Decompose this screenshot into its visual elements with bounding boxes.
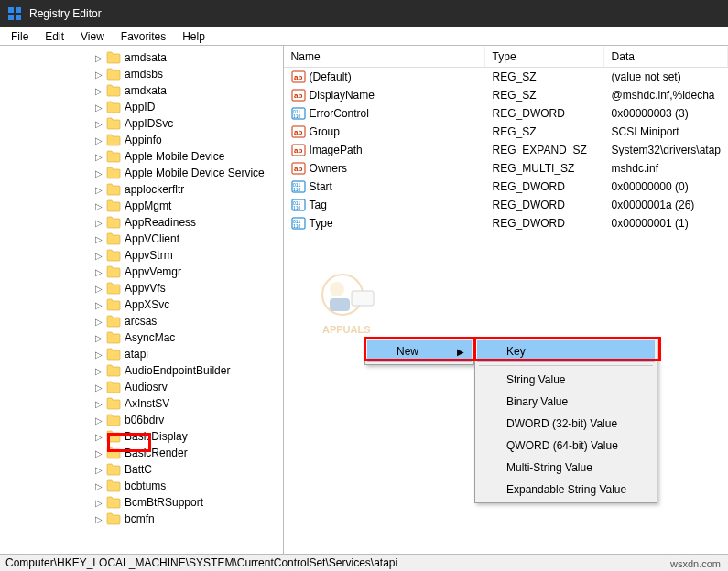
- tree-item[interactable]: ▷Apple Mobile Device: [0, 148, 283, 165]
- folder-icon: [106, 397, 121, 410]
- tree-item[interactable]: ▷Appinfo: [0, 132, 283, 148]
- value-row[interactable]: 011110TypeREG_DWORD0x00000001 (1): [284, 214, 728, 232]
- context-item-qword-64-bit-value[interactable]: QWORD (64-bit) Value: [477, 435, 655, 457]
- tree-item[interactable]: ▷arcsas: [0, 313, 283, 329]
- tree-item[interactable]: ▷Audiosrv: [0, 379, 283, 395]
- tree-item-label: AppvStrm: [125, 249, 173, 262]
- expand-icon[interactable]: ▷: [93, 118, 104, 129]
- folder-icon: [106, 479, 121, 492]
- expand-icon[interactable]: ▷: [93, 266, 104, 277]
- expand-icon[interactable]: ▷: [93, 349, 104, 360]
- tree-item[interactable]: ▷AppvStrm: [0, 247, 283, 264]
- tree-item-label: AxInstSV: [125, 397, 169, 410]
- value-row[interactable]: abGroupREG_SZSCSI Miniport: [284, 123, 728, 141]
- tree-item[interactable]: ▷atapi: [0, 346, 283, 362]
- tree-item[interactable]: ▷bcmfn: [0, 511, 283, 527]
- expand-icon[interactable]: ▷: [93, 299, 104, 310]
- expand-icon[interactable]: ▷: [93, 200, 104, 211]
- tree-item[interactable]: ▷BasicRender: [0, 445, 283, 461]
- context-item-binary-value[interactable]: Binary Value: [477, 391, 655, 413]
- folder-icon: [106, 51, 121, 64]
- expand-icon[interactable]: ▷: [93, 283, 104, 294]
- expand-icon[interactable]: ▷: [93, 52, 104, 63]
- expand-icon[interactable]: ▷: [93, 415, 104, 426]
- value-data: @mshdc.inf,%idecha: [604, 87, 728, 103]
- tree-item[interactable]: ▷amdsata: [0, 49, 283, 66]
- svg-text:ab: ab: [294, 73, 302, 81]
- expand-icon[interactable]: ▷: [93, 233, 104, 244]
- context-item-key[interactable]: Key: [477, 340, 655, 362]
- value-row[interactable]: 011110ErrorControlREG_DWORD0x00000003 (3…: [284, 104, 728, 123]
- context-item-multi-string-value[interactable]: Multi-String Value: [477, 457, 655, 479]
- tree-item[interactable]: ▷amdxata: [0, 82, 283, 99]
- tree-item[interactable]: ▷AppXSvc: [0, 296, 283, 313]
- tree-item[interactable]: ▷bcbtums: [0, 478, 283, 494]
- menu-view[interactable]: View: [73, 28, 112, 45]
- tree-item[interactable]: ▷amdsbs: [0, 66, 283, 82]
- value-row[interactable]: ab(Default)REG_SZ(value not set): [284, 68, 728, 86]
- expand-icon[interactable]: ▷: [93, 316, 104, 327]
- expand-icon[interactable]: ▷: [93, 151, 104, 162]
- expand-icon[interactable]: ▷: [93, 382, 104, 393]
- tree-item[interactable]: ▷BasicDisplay: [0, 428, 283, 445]
- tree-item[interactable]: ▷AsyncMac: [0, 329, 283, 346]
- expand-icon[interactable]: ▷: [93, 464, 104, 475]
- expand-icon[interactable]: ▷: [93, 447, 104, 458]
- expand-icon[interactable]: ▷: [93, 431, 104, 442]
- tree-item[interactable]: ▷AppID: [0, 99, 283, 115]
- context-item-new[interactable]: New ▶: [367, 340, 472, 362]
- expand-icon[interactable]: ▷: [93, 480, 104, 491]
- expand-icon[interactable]: ▷: [93, 332, 104, 343]
- expand-icon[interactable]: ▷: [93, 398, 104, 409]
- expand-icon[interactable]: ▷: [93, 250, 104, 261]
- expand-icon[interactable]: ▷: [93, 85, 104, 96]
- tree-item[interactable]: ▷Apple Mobile Device Service: [0, 165, 283, 181]
- expand-icon[interactable]: ▷: [93, 135, 104, 145]
- column-data[interactable]: Data: [604, 47, 728, 67]
- column-name[interactable]: Name: [284, 47, 485, 67]
- tree-item-label: Audiosrv: [125, 381, 168, 393]
- folder-icon: [106, 183, 121, 196]
- tree-item[interactable]: ▷AppMgmt: [0, 198, 283, 214]
- context-item-string-value[interactable]: String Value: [477, 369, 655, 391]
- expand-icon[interactable]: ▷: [93, 102, 104, 113]
- tree-item[interactable]: ▷AxInstSV: [0, 395, 283, 412]
- tree-item-label: AppIDSvc: [125, 117, 173, 130]
- context-item-dword-32-bit-value[interactable]: DWORD (32-bit) Value: [477, 413, 655, 435]
- tree-item[interactable]: ▷AppReadiness: [0, 214, 283, 231]
- context-item-expandable-string-value[interactable]: Expandable String Value: [477, 479, 655, 501]
- expand-icon[interactable]: ▷: [93, 167, 104, 178]
- value-row[interactable]: 011110TagREG_DWORD0x0000001a (26): [284, 196, 728, 214]
- context-menu-primary[interactable]: New ▶: [364, 338, 474, 365]
- expand-icon[interactable]: ▷: [93, 69, 104, 80]
- column-type[interactable]: Type: [485, 47, 604, 67]
- context-menu-new-submenu[interactable]: KeyString ValueBinary ValueDWORD (32-bit…: [474, 338, 657, 503]
- tree-item-label: arcsas: [125, 315, 157, 328]
- tree-item[interactable]: ▷AppvVemgr: [0, 264, 283, 280]
- tree-item[interactable]: ▷AudioEndpointBuilder: [0, 362, 283, 379]
- value-row[interactable]: abImagePathREG_EXPAND_SZSystem32\drivers…: [284, 141, 728, 159]
- tree-item[interactable]: ▷b06bdrv: [0, 412, 283, 428]
- tree-item[interactable]: ▷BcmBtRSupport: [0, 494, 283, 511]
- expand-icon[interactable]: ▷: [93, 513, 104, 524]
- value-row[interactable]: abDisplayNameREG_SZ@mshdc.inf,%idecha: [284, 86, 728, 104]
- tree-pane[interactable]: ▷amdsata▷amdsbs▷amdxata▷AppID▷AppIDSvc▷A…: [0, 46, 284, 554]
- menu-edit[interactable]: Edit: [38, 28, 71, 45]
- value-row[interactable]: abOwnersREG_MULTI_SZmshdc.inf: [284, 159, 728, 178]
- expand-icon[interactable]: ▷: [93, 184, 104, 195]
- expand-icon[interactable]: ▷: [93, 217, 104, 228]
- menu-file[interactable]: File: [4, 28, 36, 45]
- tree-item[interactable]: ▷applockerfltr: [0, 181, 283, 198]
- expand-icon[interactable]: ▷: [93, 365, 104, 376]
- value-row[interactable]: 011110StartREG_DWORD0x00000000 (0): [284, 178, 728, 196]
- value-type: REG_DWORD: [485, 178, 604, 195]
- menu-favorites[interactable]: Favorites: [114, 28, 173, 45]
- expand-icon[interactable]: ▷: [93, 497, 104, 508]
- tree-item[interactable]: ▷AppVClient: [0, 231, 283, 247]
- tree-item[interactable]: ▷AppIDSvc: [0, 115, 283, 132]
- tree-item-label: amdsata: [125, 51, 167, 64]
- tree-item[interactable]: ▷AppvVfs: [0, 280, 283, 296]
- tree-item[interactable]: ▷BattC: [0, 461, 283, 478]
- menu-help[interactable]: Help: [175, 28, 212, 45]
- tree-item-label: Apple Mobile Device Service: [125, 167, 265, 179]
